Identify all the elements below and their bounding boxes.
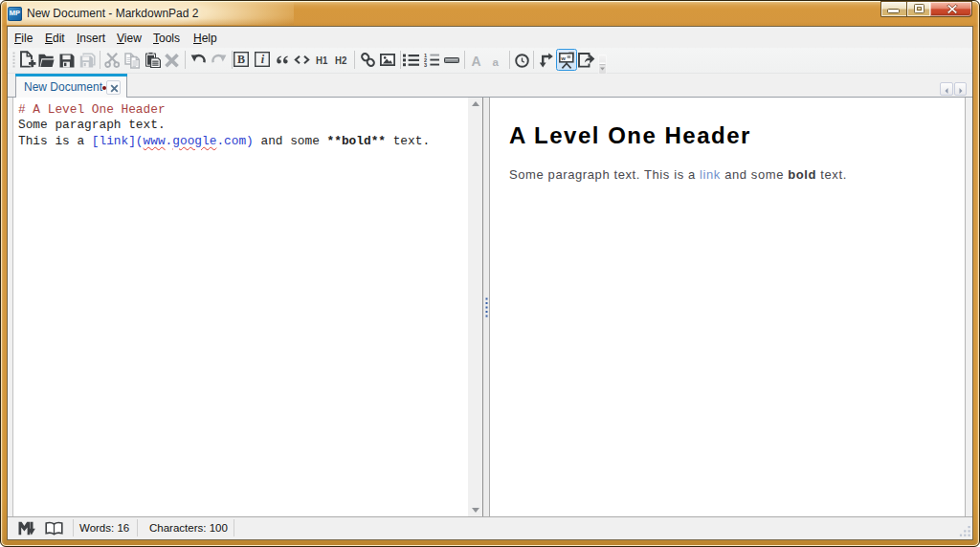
svg-text:B: B — [237, 53, 245, 66]
svg-text:i: i — [260, 53, 264, 66]
svg-text:w: w — [560, 55, 566, 60]
svg-text:3: 3 — [424, 62, 427, 67]
